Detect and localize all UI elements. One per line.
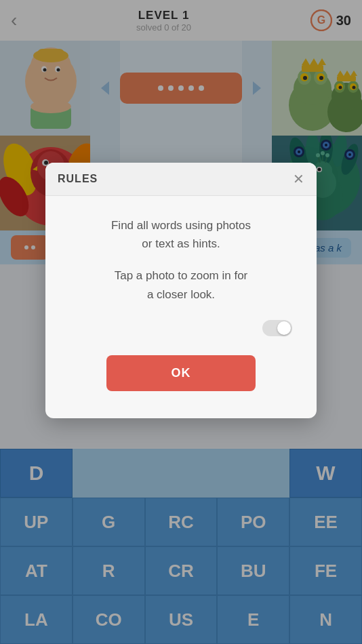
modal-text-1: Find all words using photos or text as h… <box>62 216 300 253</box>
toggle-thumb <box>277 321 291 335</box>
toggle-row <box>62 317 300 342</box>
toggle-switch[interactable] <box>262 320 292 336</box>
ok-button[interactable]: OK <box>106 355 256 391</box>
modal-title: RULES <box>58 173 98 185</box>
modal-header: RULES ✕ <box>45 163 317 196</box>
modal-text-2: Tap a photo to zoom in for a closer look… <box>62 266 300 303</box>
modal-body: Find all words using photos or text as h… <box>45 196 317 418</box>
rules-modal: RULES ✕ Find all words using photos or t… <box>45 163 317 418</box>
overlay[interactable]: RULES ✕ Find all words using photos or t… <box>0 0 362 644</box>
modal-close-button[interactable]: ✕ <box>293 172 304 186</box>
